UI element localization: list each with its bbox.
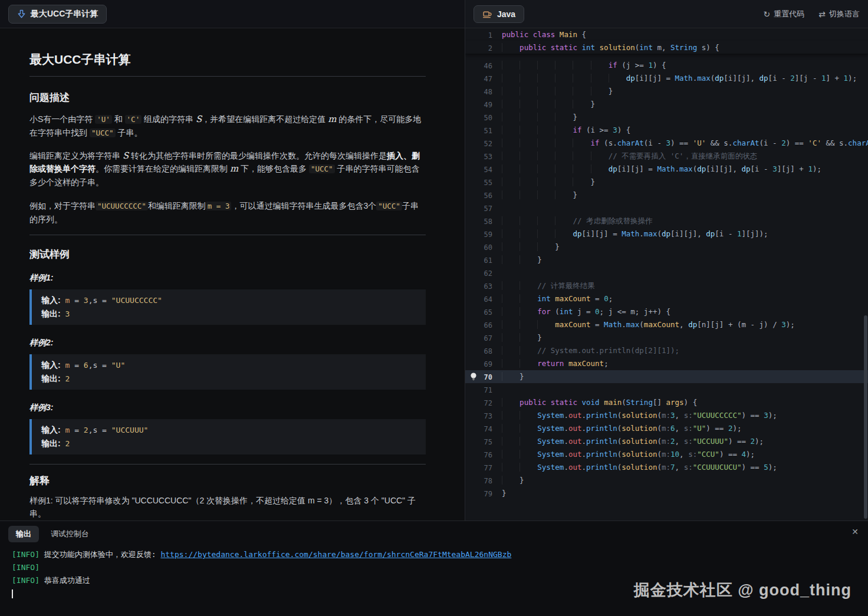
example-2-label: 样例2: bbox=[29, 337, 426, 348]
gutter: 53 bbox=[465, 150, 502, 163]
example-2-input: 输入: m = 6,s = "U" bbox=[41, 358, 416, 372]
code-line-2[interactable]: 2 public static int solution(int m, Stri… bbox=[465, 41, 868, 54]
gutter bbox=[465, 54, 502, 59]
example-3-block: 输入: m = 2,s = "UCCUUU" 输出: 2 bbox=[29, 419, 426, 454]
code-line-66[interactable]: 66 maxCount = Math.max(maxCount, dp[n][j… bbox=[465, 318, 868, 331]
code-line-74[interactable]: 74 System.out.println(solution(m:6, s:"U… bbox=[465, 422, 868, 435]
gutter: 46 bbox=[465, 59, 502, 72]
gutter: 61 bbox=[465, 253, 502, 266]
code-line-76[interactable]: 76 System.out.println(solution(m:10, s:"… bbox=[465, 448, 868, 461]
code-line-58[interactable]: 58 // 考虑删除或替换操作 bbox=[465, 215, 868, 228]
gutter: 67 bbox=[465, 331, 502, 344]
log-level-badge: [INFO] bbox=[12, 550, 40, 559]
code-line-51[interactable]: 51 if (i >= 3) { bbox=[465, 124, 868, 137]
page-title: 最大UCC子串计算 bbox=[29, 51, 426, 68]
code-line-73[interactable]: 73 System.out.println(solution(m:3, s:"U… bbox=[465, 409, 868, 422]
gutter: 2 bbox=[465, 41, 502, 54]
gutter: 56 bbox=[465, 189, 502, 202]
editor-panel: Java ↻ 重置代码 ⇄ 切换语言 1public class Main {2… bbox=[465, 0, 868, 521]
description-paragraph-3: 例如，对于字符串"UCUUCCCCC"和编辑距离限制m = 3，可以通过编辑字符… bbox=[29, 199, 426, 226]
code-line-50[interactable]: 50 } bbox=[465, 111, 868, 124]
gutter: 51 bbox=[465, 124, 502, 137]
gutter: 76 bbox=[465, 448, 502, 461]
code-line-55[interactable]: 55 } bbox=[465, 176, 868, 189]
example-1-block: 输入: m = 3,s = "UCUUCCCCC" 输出: 3 bbox=[29, 289, 426, 325]
code-line-77[interactable]: 77 System.out.println(solution(m:7, s:"C… bbox=[465, 461, 868, 474]
editor-scrollbar-thumb[interactable] bbox=[864, 315, 867, 519]
code-line-57[interactable]: 57 bbox=[465, 202, 868, 215]
example-2-output: 输出: 2 bbox=[41, 372, 416, 386]
log-level-badge: [INFO] bbox=[12, 563, 40, 572]
example-3-input: 输入: m = 2,s = "UCCUUU" bbox=[41, 423, 416, 437]
console-panel: 输出 调试控制台 ✕ [INFO] 提交功能内测体验中，欢迎反馈: https:… bbox=[0, 521, 868, 616]
code-line-78[interactable]: 78 } bbox=[465, 474, 868, 487]
code-line-60[interactable]: 60 } bbox=[465, 241, 868, 253]
gutter: 72 bbox=[465, 396, 502, 409]
gutter: 65 bbox=[465, 305, 502, 318]
watermark: 掘金技术社区 @ good_thing bbox=[634, 579, 851, 601]
reset-code-button[interactable]: ↻ 重置代码 bbox=[764, 9, 805, 19]
log-message: 恭喜成功通过 bbox=[40, 576, 90, 585]
gutter: 47 bbox=[465, 72, 502, 85]
code-line-47[interactable]: 47 dp[i][j] = Math.max(dp[i][j], dp[i - … bbox=[465, 72, 868, 85]
gutter: 59 bbox=[465, 228, 502, 241]
divider bbox=[29, 464, 426, 465]
gutter: 75 bbox=[465, 435, 502, 448]
code-line-56[interactable]: 56 } bbox=[465, 189, 868, 202]
gutter: 77 bbox=[465, 461, 502, 474]
switch-language-button[interactable]: ⇄ 切换语言 bbox=[818, 9, 860, 19]
code-line-70[interactable]: 70 } bbox=[465, 370, 868, 383]
problem-tab[interactable]: 最大UCC子串计算 bbox=[8, 5, 107, 24]
code-line-46[interactable]: 46 if (j >= 1) { bbox=[465, 59, 868, 72]
gutter: 57 bbox=[465, 202, 502, 215]
gutter: 60 bbox=[465, 241, 502, 253]
tab-output[interactable]: 输出 bbox=[8, 526, 39, 542]
language-tab-label: Java bbox=[497, 9, 515, 19]
code-line-61[interactable]: 61 } bbox=[465, 253, 868, 266]
code-editor[interactable]: 1public class Main {2 public static int … bbox=[465, 28, 868, 521]
code-line-69[interactable]: 69 return maxCount; bbox=[465, 357, 868, 370]
code-line-62[interactable]: 62 bbox=[465, 266, 868, 279]
text-cursor bbox=[12, 589, 13, 598]
code-line-48[interactable]: 48 } bbox=[465, 85, 868, 98]
problem-panel-header: 最大UCC子串计算 bbox=[0, 0, 465, 28]
console-log-line: [INFO] bbox=[12, 561, 856, 574]
code-line-72[interactable]: 72 public static void main(String[] args… bbox=[465, 396, 868, 409]
code-line-63[interactable]: 63 // 计算最终结果 bbox=[465, 279, 868, 292]
arrow-down-icon bbox=[17, 9, 26, 19]
example-2-block: 输入: m = 6,s = "U" 输出: 2 bbox=[29, 354, 426, 390]
gutter: 55 bbox=[465, 176, 502, 189]
code-line-59[interactable]: 59 dp[i][j] = Math.max(dp[i][j], dp[i - … bbox=[465, 228, 868, 241]
java-cup-icon bbox=[482, 9, 492, 19]
code-line-52[interactable]: 52 if (s.charAt(i - 3) == 'U' && s.charA… bbox=[465, 137, 868, 150]
code-line-71[interactable]: 71 bbox=[465, 383, 868, 396]
code-line-65[interactable]: 65 for (int j = 0; j <= m; j++) { bbox=[465, 305, 868, 318]
gutter: 62 bbox=[465, 266, 502, 279]
language-tab-java[interactable]: Java bbox=[474, 5, 524, 23]
code-line-79[interactable]: 79} bbox=[465, 487, 868, 500]
gutter: 48 bbox=[465, 85, 502, 98]
divider bbox=[29, 235, 426, 235]
code-line-49[interactable]: 49 } bbox=[465, 98, 868, 111]
code-line-1[interactable]: 1public class Main { bbox=[465, 28, 868, 41]
code-line-75[interactable]: 75 System.out.println(solution(m:2, s:"U… bbox=[465, 435, 868, 448]
gutter: 66 bbox=[465, 318, 502, 331]
gutter: 52 bbox=[465, 137, 502, 150]
code-line-64[interactable]: 64 int maxCount = 0; bbox=[465, 292, 868, 305]
gutter: 1 bbox=[465, 28, 502, 41]
switch-language-icon: ⇄ bbox=[818, 9, 826, 19]
console-tabs: 输出 调试控制台 ✕ bbox=[0, 521, 868, 542]
feedback-link[interactable]: https://bytedance.larkoffice.com/share/b… bbox=[160, 550, 511, 559]
code-line-67[interactable]: 67 } bbox=[465, 331, 868, 344]
code-line-blank[interactable]: // 在当前位置插入 'C'，更新 dp 状态 bbox=[465, 54, 868, 59]
section-heading-explanation: 解释 bbox=[29, 474, 426, 488]
code-line-53[interactable]: 53 // 不需要再插入 'C'，直接继承前面的状态 bbox=[465, 150, 868, 163]
code-line-54[interactable]: 54 dp[i][j] = Math.max(dp[i][j], dp[i - … bbox=[465, 163, 868, 176]
gutter: 64 bbox=[465, 292, 502, 305]
reset-code-label: 重置代码 bbox=[774, 9, 804, 19]
close-icon[interactable]: ✕ bbox=[851, 527, 859, 536]
code-line-68[interactable]: 68 // System.out.println(dp[2][1]); bbox=[465, 344, 868, 357]
tab-debug-console[interactable]: 调试控制台 bbox=[51, 529, 89, 539]
reset-icon: ↻ bbox=[764, 9, 771, 19]
editor-header: Java ↻ 重置代码 ⇄ 切换语言 bbox=[465, 0, 868, 28]
